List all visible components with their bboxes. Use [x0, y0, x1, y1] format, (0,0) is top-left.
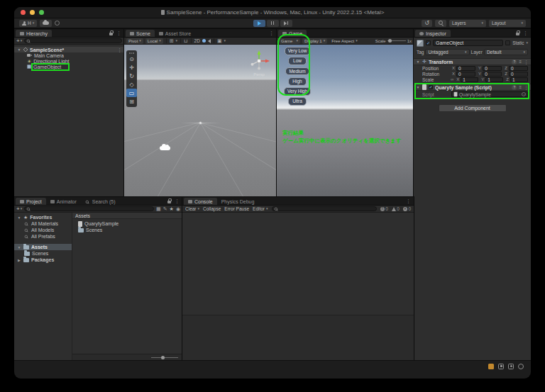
hierarchy-search-input[interactable]: [24, 38, 122, 43]
tab-project[interactable]: Project: [16, 198, 46, 205]
position-x-input[interactable]: 0: [456, 66, 475, 71]
component-menu-icon[interactable]: ⋮: [524, 85, 529, 90]
move-tool-button[interactable]: ✛: [126, 63, 137, 72]
tree-row-favorites[interactable]: ▼ ★ Favorites: [14, 214, 72, 220]
foldout-open-icon[interactable]: ▼: [416, 85, 420, 89]
error-count[interactable]: ✕ 0: [403, 206, 411, 211]
effects-dropdown-icon[interactable]: ▣: [217, 38, 222, 44]
thumbnail-size-slider[interactable]: [151, 357, 178, 358]
warning-count[interactable]: 0: [392, 206, 400, 211]
layer-dropdown[interactable]: Default ▾: [484, 49, 528, 55]
rotate-tool-button[interactable]: ↻: [126, 72, 137, 80]
console-search-input[interactable]: [272, 206, 377, 211]
project-search-input[interactable]: [24, 206, 154, 211]
tab-search[interactable]: Search (5): [81, 198, 120, 205]
quality-button-ultra[interactable]: Ultra: [288, 97, 307, 106]
cloud-object[interactable]: [160, 146, 170, 150]
help-icon[interactable]: ?: [512, 60, 517, 65]
hierarchy-row-gameobject[interactable]: GameObject: [14, 64, 124, 69]
tab-game[interactable]: Game: [278, 30, 307, 37]
position-z-input[interactable]: 0: [509, 66, 528, 71]
foldout-closed-icon[interactable]: ▶: [17, 258, 21, 262]
automation-icon[interactable]: [508, 364, 514, 369]
error-pause-button[interactable]: Error Pause: [224, 206, 249, 211]
asset-item-quarytysample[interactable]: QuarytySample: [72, 220, 182, 227]
quality-button-high[interactable]: High: [288, 77, 307, 86]
static-dropdown-icon[interactable]: ▾: [526, 41, 528, 45]
transform-component-header[interactable]: ▼ ✛ Transform ? ≡ ⋮: [414, 58, 531, 65]
scene-viewport[interactable]: ⊙ ✛ ↻ ◇ ▭ ⊞: [124, 45, 277, 197]
rotation-z-input[interactable]: 0: [509, 72, 528, 77]
panel-menu-icon[interactable]: ⋮: [116, 30, 121, 35]
quality-button-very-low[interactable]: Very Low: [285, 47, 311, 55]
info-count[interactable]: ! 0: [380, 206, 388, 211]
transform-tool-button[interactable]: ⊞: [126, 97, 137, 106]
aspect-ratio-dropdown[interactable]: Free Aspect▾: [329, 38, 360, 44]
hierarchy-row-scene[interactable]: ▼ SampleScene* ⋮: [14, 47, 124, 52]
play-button[interactable]: [253, 20, 265, 27]
handle-rotation-dropdown[interactable]: Local▾: [145, 38, 163, 44]
package-manager-icon[interactable]: [498, 364, 504, 369]
panel-menu-icon[interactable]: ⋮: [175, 198, 180, 203]
presets-icon[interactable]: ≡: [519, 60, 522, 64]
hierarchy-row-directional-light[interactable]: ☀ Directional Light: [14, 58, 124, 64]
quality-button-low[interactable]: Low: [288, 57, 307, 65]
tab-inspector[interactable]: Inspector: [415, 30, 451, 37]
help-icon[interactable]: ?: [512, 85, 517, 90]
foldout-open-icon[interactable]: ▼: [17, 47, 21, 52]
lock-icon[interactable]: [167, 198, 172, 203]
object-name-field[interactable]: GameObject: [433, 40, 503, 46]
scale-tool-button[interactable]: ◇: [126, 80, 137, 89]
rect-tool-button[interactable]: ▭: [126, 89, 137, 97]
snap-icon[interactable]: ⊔: [184, 38, 187, 44]
panel-menu-icon[interactable]: ⋮: [406, 198, 411, 203]
tab-physics-debug[interactable]: Physics Debug: [217, 198, 259, 205]
collapse-button[interactable]: Collapse: [203, 206, 221, 211]
projection-label[interactable]: Persp: [253, 72, 265, 77]
console-log-list[interactable]: [182, 213, 414, 315]
gameobject-cube-icon[interactable]: [417, 40, 424, 47]
tree-row-packages[interactable]: ▶ Packages: [14, 257, 72, 263]
quality-button-medium[interactable]: Medium: [285, 67, 309, 76]
search-by-label-icon[interactable]: ✎: [163, 206, 167, 212]
game-scale-slider[interactable]: Scale 1x: [375, 39, 412, 43]
tab-asset-store[interactable]: Asset Store: [155, 30, 195, 37]
editor-dropdown[interactable]: Editor▾: [253, 206, 268, 211]
tree-row-all-materials[interactable]: All Materials: [14, 220, 72, 227]
display-target-dropdown[interactable]: Display 1▾: [302, 38, 327, 44]
hidden-packages-icon[interactable]: ◉: [176, 206, 180, 212]
pause-button[interactable]: [267, 20, 279, 27]
tab-animator[interactable]: Animator: [46, 198, 81, 205]
scale-y-input[interactable]: 1: [485, 77, 503, 82]
link-scale-icon[interactable]: ∞: [451, 77, 453, 82]
progress-activity-icon[interactable]: [518, 364, 524, 369]
notification-icon[interactable]: [488, 364, 494, 369]
tab-scene[interactable]: Scene: [126, 30, 155, 37]
quality-button-very-high[interactable]: Very High: [284, 87, 311, 96]
close-window-button[interactable]: [21, 10, 26, 15]
rotation-y-input[interactable]: 0: [483, 72, 502, 77]
minimize-window-button[interactable]: [30, 10, 35, 15]
foldout-open-icon[interactable]: ▼: [416, 60, 420, 64]
script-object-field[interactable]: QuarytySample: [451, 91, 528, 97]
object-picker-icon[interactable]: [522, 92, 526, 96]
search-by-type-icon[interactable]: ▦: [156, 206, 161, 212]
create-asset-button[interactable]: +▾: [16, 206, 22, 212]
static-checkbox[interactable]: [505, 40, 510, 45]
audio-toggle-icon[interactable]: [208, 39, 211, 43]
position-y-input[interactable]: 0: [483, 66, 502, 71]
add-component-button[interactable]: Add Component: [439, 104, 507, 112]
scale-z-input[interactable]: 1: [510, 77, 528, 82]
script-component-header[interactable]: ▼ ✓ Quaryty Sample (Script) ? ≡ ⋮: [414, 84, 531, 91]
save-search-icon[interactable]: ★: [170, 206, 174, 211]
view-tool-button[interactable]: ⊙: [126, 55, 137, 63]
tree-row-scenes[interactable]: Scenes: [14, 250, 72, 257]
component-menu-icon[interactable]: ⋮: [524, 60, 529, 65]
foldout-open-icon[interactable]: ▼: [17, 245, 21, 250]
active-checkbox[interactable]: ✓: [426, 40, 431, 45]
panel-menu-icon[interactable]: ⋮: [269, 30, 274, 35]
lighting-toggle-icon[interactable]: [202, 39, 206, 43]
grid-visibility-icon[interactable]: ⊞: [170, 38, 174, 44]
tab-console[interactable]: Console: [184, 198, 217, 205]
zoom-window-button[interactable]: [39, 10, 44, 15]
